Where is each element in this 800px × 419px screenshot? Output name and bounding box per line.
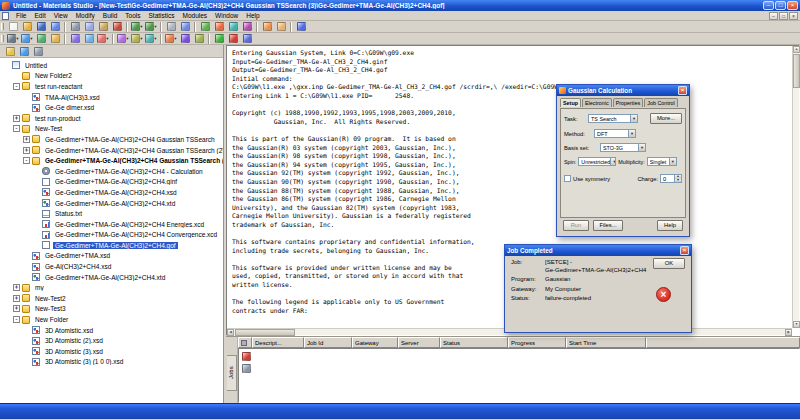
mdi-restore-button[interactable]: □: [779, 12, 788, 20]
undo-icon[interactable]: ▾: [130, 21, 144, 33]
scroll-left-icon[interactable]: ◀: [227, 329, 234, 336]
close-button[interactable]: ×: [787, 1, 798, 10]
tree-item[interactable]: Ge-Gedimer+TMA-Ge-Al(CH3)2+CH4 - Calcula…: [0, 166, 223, 177]
tree-item[interactable]: -New Folder: [0, 314, 223, 325]
import-icon[interactable]: [260, 21, 274, 33]
column-header-descript[interactable]: Descript...: [252, 337, 304, 348]
tree-item[interactable]: New Folder2: [0, 71, 223, 82]
tree-item[interactable]: 3D Atomistic (3) (1 0 0).xsd: [0, 357, 223, 368]
tree-item[interactable]: -New-Test: [0, 124, 223, 135]
close-icon[interactable]: ×: [680, 246, 689, 255]
column-header-job-id[interactable]: Job Id: [304, 337, 352, 348]
find-icon[interactable]: [178, 21, 192, 33]
method-select[interactable]: DFT▼: [594, 129, 636, 138]
toolbar-grip[interactable]: [1, 35, 4, 42]
new-folder-icon[interactable]: [3, 45, 17, 57]
open-icon[interactable]: [20, 21, 34, 33]
tree-item[interactable]: Ge-Gedimer+TMA-Ge-Al(CH3)2+CH4.gof: [0, 240, 223, 251]
collapse-icon[interactable]: -: [13, 125, 20, 132]
charge-stepper[interactable]: 0 ▲▼: [660, 174, 682, 183]
help-icon[interactable]: [294, 21, 308, 33]
basis-set-select[interactable]: STO-3G▼: [600, 143, 646, 152]
new-3d-atomistic-icon[interactable]: [198, 21, 212, 33]
tree-item[interactable]: Ge-Gedimer+TMA-Ge-Al(CH3)2+CH4 Convergen…: [0, 230, 223, 241]
tab-job-control[interactable]: Job Control: [644, 98, 678, 107]
tree-item[interactable]: Ge-Al(CH3)2+CH4.xsd: [0, 261, 223, 272]
menu-statistics[interactable]: Statistics: [144, 12, 178, 19]
paste-icon[interactable]: [96, 21, 110, 33]
expand-icon[interactable]: +: [13, 305, 20, 312]
expand-icon[interactable]: +: [13, 115, 20, 122]
close-icon[interactable]: ×: [678, 86, 687, 95]
menu-window[interactable]: Window: [211, 12, 242, 19]
tree-item[interactable]: 3D Atomistic (2).xsd: [0, 335, 223, 346]
mdi-minimize-button[interactable]: –: [769, 12, 778, 20]
tab-electronic[interactable]: Electronic: [582, 98, 612, 107]
menu-tools[interactable]: Tools: [121, 12, 144, 19]
collapse-icon[interactable]: -: [23, 157, 30, 164]
dialog-title-bar[interactable]: Gaussian Calculation ×: [557, 85, 689, 96]
menu-modules[interactable]: Modules: [179, 12, 212, 19]
tree-item[interactable]: +Ge-Gedimer+TMA-Ge-Al(CH3)2+CH4 Gaussian…: [0, 145, 223, 156]
save-icon[interactable]: [34, 21, 48, 33]
expand-icon[interactable]: +: [23, 136, 30, 143]
new-graph-icon[interactable]: [212, 21, 226, 33]
tree-item[interactable]: 3D Atomistic.xsd: [0, 325, 223, 336]
collapse-icon[interactable]: -: [13, 316, 20, 323]
stop-calculation-icon[interactable]: [226, 33, 240, 45]
status-column-header[interactable]: [238, 337, 252, 348]
column-header-gateway[interactable]: Gateway: [352, 337, 398, 348]
multiplicity-select[interactable]: Singlet▼: [647, 157, 677, 166]
export-icon[interactable]: [274, 21, 288, 33]
vertical-scrollbar[interactable]: ▲ ▼: [792, 46, 799, 328]
measure-icon[interactable]: ▾: [144, 33, 158, 45]
tree-item[interactable]: Ge-Ge dimer.xsd: [0, 102, 223, 113]
cut-icon[interactable]: [68, 21, 82, 33]
adjust-hydrogen-icon[interactable]: [192, 33, 206, 45]
tree-item[interactable]: Ge-Gedimer+TMA.xsd: [0, 251, 223, 262]
tree-item[interactable]: +Ge-Gedimer+TMA-Ge-Al(CH3)2+CH4 Gaussian…: [0, 134, 223, 145]
new-study-table-icon[interactable]: [226, 21, 240, 33]
expand-icon[interactable]: +: [23, 147, 30, 154]
run-button[interactable]: Run: [563, 220, 589, 231]
job-explorer-icon[interactable]: [240, 33, 254, 45]
tree-item[interactable]: +test run-product: [0, 113, 223, 124]
remove-job-icon[interactable]: [239, 362, 253, 374]
save-all-icon[interactable]: [48, 21, 62, 33]
tab-setup[interactable]: Setup: [560, 98, 581, 107]
tab-properties[interactable]: Properties: [613, 98, 644, 107]
tree-item[interactable]: +New-Test2: [0, 293, 223, 304]
delete-icon[interactable]: [110, 21, 124, 33]
copy-icon[interactable]: [82, 21, 96, 33]
menu-help[interactable]: Help: [242, 12, 263, 19]
restore-button[interactable]: □: [775, 1, 786, 10]
column-header-progress[interactable]: Progress: [508, 337, 566, 348]
translate-view-icon[interactable]: [34, 33, 48, 45]
print-icon[interactable]: [164, 21, 178, 33]
task-select[interactable]: TS Search▼: [588, 114, 638, 123]
minimize-button[interactable]: –: [763, 1, 774, 10]
mdi-close-button[interactable]: ×: [789, 12, 798, 20]
tree-item[interactable]: +New-Test3: [0, 304, 223, 315]
selection-mode-icon[interactable]: ▾: [6, 33, 20, 45]
menu-file[interactable]: File: [12, 12, 30, 19]
tree-item[interactable]: TMA-Al(CH3)3.xsd: [0, 92, 223, 103]
dialog-title-bar[interactable]: Job Completed ×: [505, 245, 691, 256]
scrollbar-thumb[interactable]: [793, 54, 800, 88]
tree-item[interactable]: Ge-Gedimer+TMA-Ge-Al(CH3)2+CH4 Energies.…: [0, 219, 223, 230]
step-down-icon[interactable]: ▼: [675, 179, 681, 183]
sketch-ring-icon[interactable]: [178, 33, 192, 45]
run-calculation-icon[interactable]: [212, 33, 226, 45]
jobs-table-body[interactable]: [238, 348, 800, 403]
spin-select[interactable]: Unrestricted▼: [578, 157, 616, 166]
rotate-view-icon[interactable]: ▾: [20, 33, 34, 45]
scrollbar-thumb[interactable]: [235, 329, 295, 336]
menu-build[interactable]: Build: [99, 12, 121, 19]
use-symmetry-checkbox[interactable]: [564, 175, 571, 182]
tree-item[interactable]: Ge-Gedimer+TMA-Ge-Al(CH3)2+CH4.xsd: [0, 187, 223, 198]
fit-view-icon[interactable]: [82, 33, 96, 45]
tree-item[interactable]: 3D Atomistic (3).xsd: [0, 346, 223, 357]
windows-taskbar[interactable]: [0, 403, 800, 419]
tree-item[interactable]: +my: [0, 282, 223, 293]
expand-icon[interactable]: +: [13, 284, 20, 291]
